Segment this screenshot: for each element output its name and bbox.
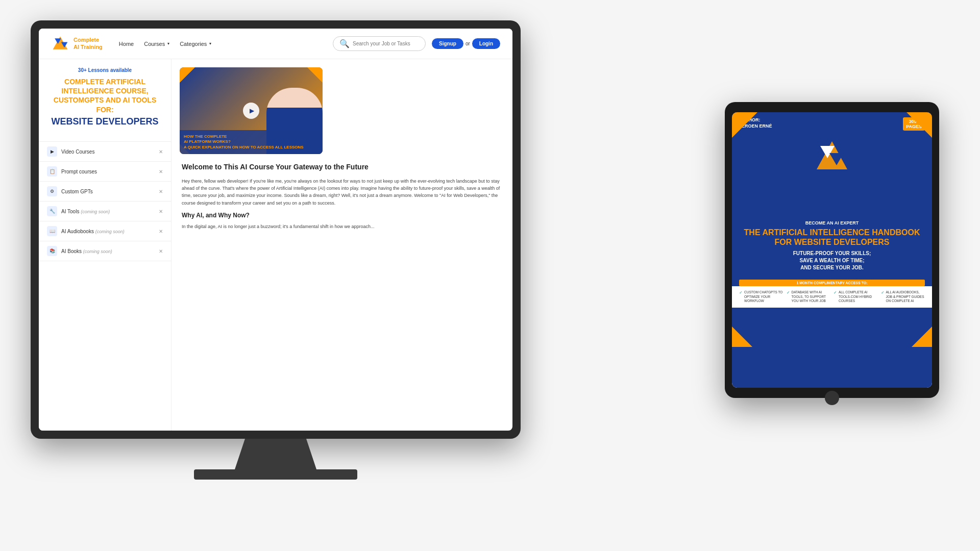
right-content: ▶ HOW THE COMPLETE AI PLATFORM WORKS? A … (172, 59, 512, 431)
check-icon: ✓ (787, 290, 790, 295)
book-feature-3: ✓ ALL COMPLETE AI TOOLS.COM HYBRID COURS… (834, 290, 878, 303)
sidebar-item-ai-audiobooks[interactable]: 📖 AI Audiobooks (coming soon) ✕ (39, 221, 171, 241)
close-icon[interactable]: ✕ (159, 209, 163, 214)
left-panel: 30+ Lessons available COMPLETE ARTIFICIA… (39, 59, 172, 431)
sidebar-item-label: Video Courses (61, 149, 155, 155)
monitor-screen: Complete AI Training Home Courses ▾ (39, 29, 512, 431)
book-middle: BECOME AN AI EXPERT THE ARTIFICIAL INTEL… (732, 174, 932, 280)
book-features: ✓ CUSTOM CHATGPTS TO OPTIMIZE YOUR WORKF… (732, 286, 932, 307)
book-title: THE ARTIFICIAL INTELLIGENCE HANDBOOK FOR… (739, 228, 925, 247)
monitor-base (194, 469, 357, 480)
video-courses-icon: ▶ (47, 146, 57, 157)
book-feature-2: ✓ DATABASE WITH AI TOOLS, TO SUPPORT YOU… (787, 290, 831, 303)
book-corner-bottom-left-icon (732, 327, 752, 347)
nav-categories[interactable]: Categories ▾ (180, 41, 211, 47)
sidebar-list: ▶ Video Courses ✕ 📋 Prompt courses ✕ (39, 141, 171, 261)
ai-audiobooks-icon: 📖 (47, 226, 57, 236)
nav-links: Home Courses ▾ Categories ▾ (119, 41, 333, 47)
sidebar-item-label: AI Audiobooks (coming soon) (61, 229, 155, 234)
hero-title-orange: COMPLETE ARTIFICIAL INTELLIGENCE COURSE,… (47, 77, 163, 114)
close-icon[interactable]: ✕ (159, 149, 163, 155)
ai-tools-icon: 🔧 (47, 206, 57, 216)
website: Complete AI Training Home Courses ▾ (39, 29, 512, 431)
article-heading-2: Why AI, and Why Now? (182, 212, 502, 219)
logo-icon (51, 35, 69, 53)
book-cover: AUTHOR: JEROEN ERNÉ 300+PAGES (732, 112, 932, 388)
prompt-courses-icon: 📋 (47, 166, 57, 177)
book-feature-4: ✓ ALL AI AUDIOBOOKS, JOB & PROMPT GUIDES… (881, 290, 925, 303)
book-logo-icon (814, 139, 850, 174)
logo-area: Complete AI Training (51, 35, 103, 53)
tablet-home-button[interactable] (825, 391, 839, 405)
book-subtitle: BECOME AN AI EXPERT (739, 220, 925, 226)
article-paragraph-2: In the digital age, AI is no longer just… (182, 223, 502, 230)
close-icon[interactable]: ✕ (159, 189, 163, 194)
sidebar-item-label: Custom GPTs (61, 189, 155, 194)
lessons-badge: 30+ Lessons available (47, 67, 163, 73)
sidebar-item-prompt-courses[interactable]: 📋 Prompt courses ✕ (39, 162, 171, 182)
hero-title-blue: WEBSITE DEVELOPERS (47, 116, 163, 128)
video-text-overlay: HOW THE COMPLETE AI PLATFORM WORKS? A QU… (180, 130, 323, 154)
monitor: Complete AI Training Home Courses ▾ (31, 20, 521, 480)
login-button[interactable]: Login (472, 38, 500, 49)
search-input[interactable] (353, 41, 419, 46)
check-icon: ✓ (834, 290, 837, 295)
sidebar-item-custom-gpts[interactable]: ⚙ Custom GPTs ✕ (39, 182, 171, 202)
article-heading-1: Welcome to This AI Course Your Gateway t… (182, 162, 502, 172)
sidebar-item-label: Prompt courses (61, 169, 155, 174)
courses-chevron-icon: ▾ (167, 41, 169, 46)
nav-home[interactable]: Home (119, 41, 134, 47)
nav-courses[interactable]: Courses ▾ (144, 41, 169, 47)
tablet: AUTHOR: JEROEN ERNÉ 300+PAGES (725, 102, 939, 398)
book-top-bar: AUTHOR: JEROEN ERNÉ 300+PAGES (732, 112, 932, 134)
article-paragraph-1: Hey there, fellow web developer! If you'… (182, 178, 502, 207)
sidebar-item-label: AI Books (coming soon) (61, 248, 155, 254)
check-icon: ✓ (881, 290, 885, 295)
sidebar-item-video-courses[interactable]: ▶ Video Courses ✕ (39, 142, 171, 162)
hero-left: 30+ Lessons available COMPLETE ARTIFICIA… (39, 67, 171, 141)
monitor-stand (225, 439, 327, 469)
tablet-screen: AUTHOR: JEROEN ERNÉ 300+PAGES (732, 112, 932, 388)
check-icon: ✓ (739, 290, 743, 295)
search-icon: 🔍 (339, 39, 350, 48)
book-tagline: FUTURE-PROOF YOUR SKILLS;SAVE A WEALTH O… (739, 250, 925, 271)
signup-button[interactable]: Signup (432, 38, 463, 49)
scene: Complete AI Training Home Courses ▾ (0, 0, 980, 551)
book-feature-1: ✓ CUSTOM CHATGPTS TO OPTIMIZE YOUR WORKF… (739, 290, 783, 303)
book-logo-area (732, 134, 932, 174)
tablet-body: AUTHOR: JEROEN ERNÉ 300+PAGES (725, 102, 939, 398)
book-corner-top-left-icon (732, 112, 757, 138)
nav: Complete AI Training Home Courses ▾ (39, 29, 512, 59)
main-content: 30+ Lessons available COMPLETE ARTIFICIA… (39, 59, 512, 431)
close-icon[interactable]: ✕ (159, 169, 163, 174)
close-icon[interactable]: ✕ (159, 248, 163, 254)
monitor-body: Complete AI Training Home Courses ▾ (31, 20, 521, 439)
article-area: Welcome to This AI Course Your Gateway t… (172, 162, 512, 431)
book-corner-top-right-icon (906, 112, 932, 138)
book-promo-bar: 1 MONTH COMPLIMENTARY ACCESS TO: (739, 280, 925, 286)
custom-gpts-icon: ⚙ (47, 186, 57, 196)
or-label: or (465, 41, 470, 46)
play-icon: ▶ (250, 107, 254, 114)
logo-text: Complete AI Training (74, 37, 103, 50)
book-corner-bottom-right-icon (912, 327, 932, 347)
ai-books-icon: 📚 (47, 246, 57, 256)
nav-search-box: 🔍 (333, 36, 426, 51)
sidebar-item-label: AI Tools (coming soon) (61, 209, 155, 214)
categories-chevron-icon: ▾ (209, 41, 211, 46)
video-title: HOW THE COMPLETE AI PLATFORM WORKS? A QU… (184, 134, 318, 150)
hero-video-area: ▶ HOW THE COMPLETE AI PLATFORM WORKS? A … (172, 59, 512, 162)
sidebar-item-ai-books[interactable]: 📚 AI Books (coming soon) ✕ (39, 241, 171, 261)
video-thumbnail[interactable]: ▶ HOW THE COMPLETE AI PLATFORM WORKS? A … (180, 67, 323, 154)
close-icon[interactable]: ✕ (159, 229, 163, 234)
play-button[interactable]: ▶ (243, 103, 259, 119)
sidebar-item-ai-tools[interactable]: 🔧 AI Tools (coming soon) ✕ (39, 202, 171, 221)
